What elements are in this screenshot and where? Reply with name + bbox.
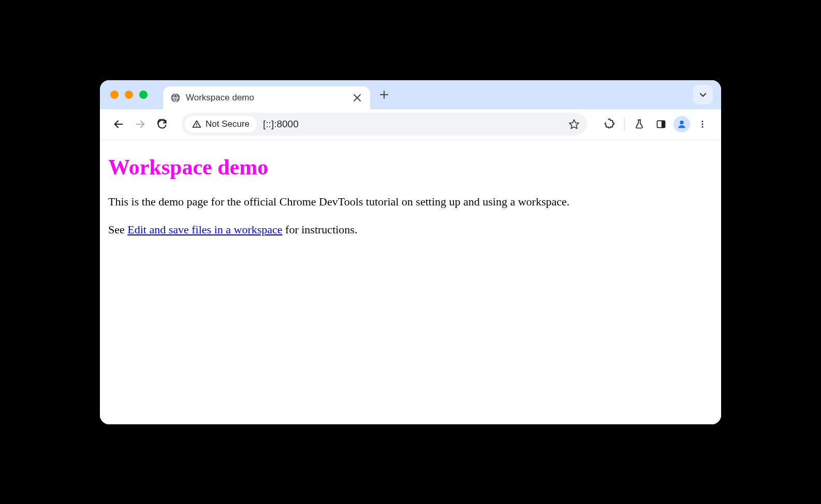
toolbar-divider bbox=[624, 118, 625, 130]
bookmark-button[interactable] bbox=[565, 115, 583, 133]
window-minimize-button[interactable] bbox=[125, 91, 133, 99]
window-controls bbox=[110, 91, 148, 99]
reload-button[interactable] bbox=[153, 115, 171, 134]
svg-point-9 bbox=[702, 121, 703, 122]
page-paragraph: This is the demo page for the official C… bbox=[108, 194, 713, 210]
svg-point-11 bbox=[702, 126, 703, 128]
see-suffix: for instructions. bbox=[283, 223, 358, 236]
instructions-link[interactable]: Edit and save files in a workspace bbox=[127, 223, 282, 236]
toolbar: Not Secure [::]:8000 bbox=[100, 109, 721, 140]
page-content: Workspace demo This is the demo page for… bbox=[100, 140, 721, 424]
toolbar-actions bbox=[600, 115, 712, 134]
security-label: Not Secure bbox=[206, 119, 250, 129]
globe-icon bbox=[170, 93, 181, 103]
tab-title: Workspace demo bbox=[186, 93, 346, 103]
address-bar[interactable]: Not Secure [::]:8000 bbox=[182, 113, 587, 136]
menu-button[interactable] bbox=[693, 115, 712, 134]
svg-point-10 bbox=[702, 124, 703, 125]
svg-point-8 bbox=[680, 121, 684, 125]
forward-button[interactable] bbox=[131, 115, 150, 134]
extensions-button[interactable] bbox=[600, 115, 619, 134]
page-heading: Workspace demo bbox=[108, 155, 713, 180]
warning-icon bbox=[192, 120, 201, 129]
new-tab-button[interactable] bbox=[375, 86, 393, 103]
browser-window: Workspace demo Not Secure bbox=[100, 80, 721, 424]
profile-button[interactable] bbox=[673, 116, 690, 132]
url-text: [::]:8000 bbox=[259, 118, 563, 130]
tab-search-button[interactable] bbox=[693, 85, 713, 105]
svg-rect-7 bbox=[662, 121, 665, 127]
side-panel-button[interactable] bbox=[652, 115, 670, 134]
tab-close-button[interactable] bbox=[351, 93, 363, 102]
svg-point-5 bbox=[196, 126, 197, 127]
see-prefix: See bbox=[108, 223, 127, 236]
window-close-button[interactable] bbox=[110, 91, 119, 99]
tab-bar: Workspace demo bbox=[100, 80, 721, 109]
browser-tab[interactable]: Workspace demo bbox=[163, 86, 370, 109]
back-button[interactable] bbox=[109, 115, 128, 134]
page-paragraph-2: See Edit and save files in a workspace f… bbox=[108, 222, 713, 238]
labs-button[interactable] bbox=[630, 115, 649, 134]
window-maximize-button[interactable] bbox=[139, 91, 148, 99]
security-chip[interactable]: Not Secure bbox=[185, 116, 257, 132]
